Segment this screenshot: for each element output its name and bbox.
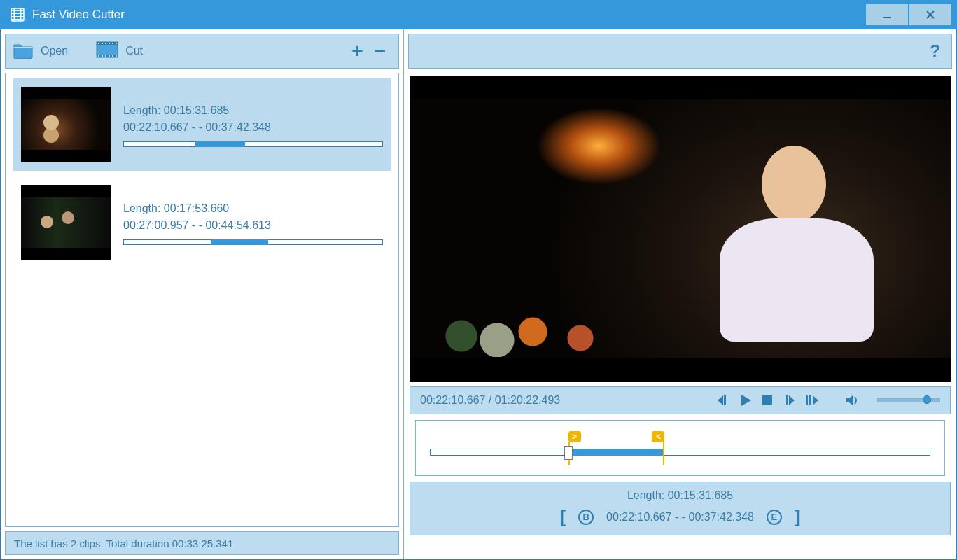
clip-length: Length: 00:15:31.685: [123, 104, 383, 117]
selection-start-marker[interactable]: >: [568, 431, 581, 447]
bracket-start-button[interactable]: [: [559, 506, 566, 528]
clip-range: 00:27:00.957 - - 00:44:54.613: [123, 219, 383, 232]
app-title: Fast Video Cutter: [32, 8, 865, 22]
status-text: The list has 2 clips. Total duration 00:…: [14, 538, 233, 550]
close-button[interactable]: [909, 4, 951, 25]
timeline-panel: > <: [415, 420, 945, 476]
video-preview[interactable]: [410, 76, 951, 382]
svg-rect-18: [102, 55, 103, 57]
left-toolbar: Open Cut + −: [5, 34, 399, 69]
clip-info: Length: 00:15:31.685 00:22:10.667 - - 00…: [123, 87, 383, 162]
volume-button[interactable]: [845, 394, 859, 407]
svg-rect-27: [809, 396, 811, 405]
svg-rect-15: [112, 43, 113, 44]
svg-rect-21: [112, 55, 113, 57]
selection-info: Length: 00:15:31.685 [ B 00:22:10.667 - …: [410, 482, 951, 536]
step-back-button[interactable]: [716, 394, 730, 407]
clip-thumbnail: [21, 87, 111, 162]
svg-rect-14: [109, 43, 110, 44]
clip-info: Length: 00:17:53.660 00:27:00.957 - - 00…: [123, 185, 383, 260]
cut-label: Cut: [125, 45, 143, 57]
app-icon: [10, 7, 25, 22]
player-controls: 00:22:10.667 / 01:20:22.493: [410, 386, 951, 414]
mark-begin-button[interactable]: B: [578, 510, 594, 525]
bracket-end-button[interactable]: ]: [795, 506, 801, 528]
clip-list: Length: 00:15:31.685 00:22:10.667 - - 00…: [5, 73, 399, 527]
clip-length: Length: 00:17:53.660: [123, 202, 383, 215]
add-clip-button[interactable]: +: [346, 40, 368, 62]
open-button[interactable]: Open: [13, 41, 68, 62]
mark-end-button[interactable]: E: [767, 510, 782, 525]
help-button[interactable]: ?: [925, 41, 944, 61]
step-forward-button[interactable]: [782, 394, 796, 407]
clip-item[interactable]: Length: 00:17:53.660 00:27:00.957 - - 00…: [13, 176, 391, 269]
folder-icon: [13, 41, 34, 62]
svg-rect-5: [11, 16, 24, 17]
svg-rect-4: [11, 13, 24, 14]
svg-rect-24: [762, 396, 772, 405]
selection-range: 00:22:10.667 - - 00:37:42.348: [606, 511, 754, 524]
selection-end-marker[interactable]: <: [652, 431, 664, 447]
playhead[interactable]: [564, 446, 573, 460]
svg-rect-10: [97, 55, 118, 57]
svg-rect-17: [98, 55, 99, 57]
svg-rect-25: [786, 396, 788, 405]
svg-rect-6: [11, 19, 24, 20]
minimize-button[interactable]: [866, 4, 908, 25]
svg-rect-12: [102, 43, 103, 44]
svg-rect-16: [116, 43, 117, 44]
svg-rect-11: [98, 43, 99, 44]
timeline[interactable]: > <: [430, 449, 930, 456]
svg-rect-26: [806, 396, 808, 405]
status-bar: The list has 2 clips. Total duration 00:…: [5, 531, 399, 555]
svg-rect-7: [883, 17, 891, 18]
next-frame-button[interactable]: [804, 394, 820, 407]
cut-button[interactable]: Cut: [96, 41, 143, 61]
right-toolbar: ?: [408, 34, 952, 69]
svg-rect-19: [105, 55, 106, 57]
svg-rect-9: [97, 42, 118, 45]
svg-rect-13: [105, 43, 106, 44]
right-panel: ? 00:22:10.667 / 01:20:22.493: [404, 29, 956, 559]
selection-length: Length: 00:15:31.685: [420, 489, 940, 502]
clip-range-bar: [123, 141, 383, 147]
clip-item[interactable]: Length: 00:15:31.685 00:22:10.667 - - 00…: [13, 78, 391, 171]
svg-rect-23: [724, 396, 726, 405]
svg-rect-22: [116, 55, 117, 57]
title-bar: Fast Video Cutter: [0, 0, 957, 29]
volume-slider[interactable]: [877, 398, 940, 402]
filmstrip-icon: [96, 41, 118, 61]
left-panel: Open Cut + −: [1, 29, 404, 559]
remove-clip-button[interactable]: −: [369, 40, 391, 62]
clip-range: 00:22:10.667 - - 00:37:42.348: [123, 121, 383, 134]
time-display: 00:22:10.667 / 01:20:22.493: [420, 394, 712, 407]
svg-rect-20: [109, 55, 110, 57]
play-button[interactable]: [739, 393, 753, 407]
stop-button[interactable]: [761, 394, 774, 407]
clip-thumbnail: [21, 185, 111, 260]
clip-range-bar: [123, 239, 383, 245]
open-label: Open: [41, 45, 68, 57]
svg-rect-3: [11, 10, 24, 11]
